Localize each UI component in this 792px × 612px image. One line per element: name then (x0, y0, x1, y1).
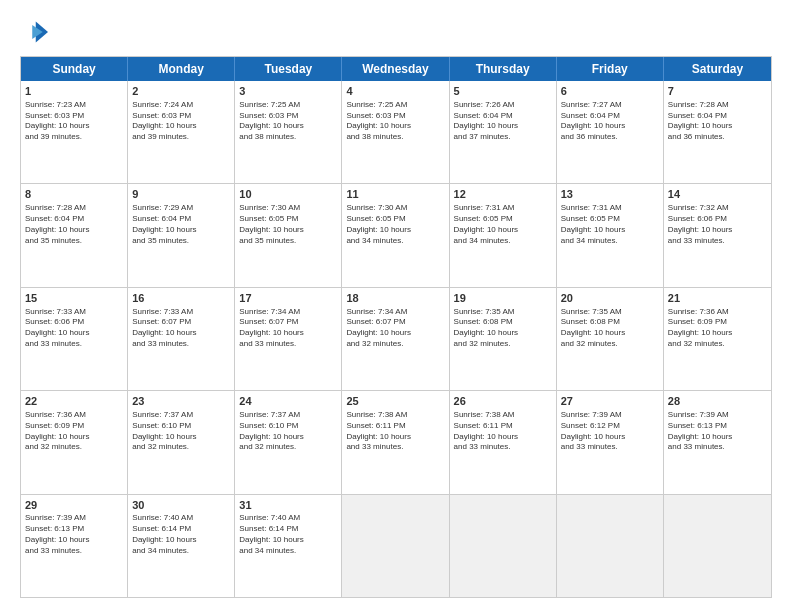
cell-line: Sunset: 6:05 PM (454, 214, 552, 225)
cell-text: Sunrise: 7:32 AMSunset: 6:06 PMDaylight:… (668, 203, 767, 246)
cell-line: Daylight: 10 hours (239, 328, 337, 339)
cell-text: Sunrise: 7:24 AMSunset: 6:03 PMDaylight:… (132, 100, 230, 143)
cell-line: Sunrise: 7:25 AM (346, 100, 444, 111)
calendar-cell: 1Sunrise: 7:23 AMSunset: 6:03 PMDaylight… (21, 81, 128, 183)
cell-line: Sunset: 6:05 PM (239, 214, 337, 225)
cell-line: Daylight: 10 hours (132, 432, 230, 443)
cell-line: Sunset: 6:13 PM (668, 421, 767, 432)
day-number: 27 (561, 394, 659, 409)
cell-line: Sunset: 6:05 PM (346, 214, 444, 225)
cell-line: and 32 minutes. (561, 339, 659, 350)
calendar-header: SundayMondayTuesdayWednesdayThursdayFrid… (21, 57, 771, 81)
calendar-cell: 20Sunrise: 7:35 AMSunset: 6:08 PMDayligh… (557, 288, 664, 390)
cell-line: Sunrise: 7:38 AM (346, 410, 444, 421)
cell-line: Sunrise: 7:37 AM (132, 410, 230, 421)
day-number: 14 (668, 187, 767, 202)
cell-line: and 34 minutes. (346, 236, 444, 247)
cell-line: Sunrise: 7:28 AM (668, 100, 767, 111)
calendar-cell: 23Sunrise: 7:37 AMSunset: 6:10 PMDayligh… (128, 391, 235, 493)
cell-line: Daylight: 10 hours (132, 328, 230, 339)
cell-line: Sunset: 6:12 PM (561, 421, 659, 432)
cell-line: Daylight: 10 hours (239, 535, 337, 546)
calendar-cell: 7Sunrise: 7:28 AMSunset: 6:04 PMDaylight… (664, 81, 771, 183)
cell-text: Sunrise: 7:27 AMSunset: 6:04 PMDaylight:… (561, 100, 659, 143)
day-number: 2 (132, 84, 230, 99)
cell-line: and 34 minutes. (454, 236, 552, 247)
day-number: 4 (346, 84, 444, 99)
cell-line: and 32 minutes. (239, 442, 337, 453)
cell-line: Sunset: 6:04 PM (454, 111, 552, 122)
cell-line: and 35 minutes. (239, 236, 337, 247)
cell-line: and 33 minutes. (25, 339, 123, 350)
calendar-cell: 18Sunrise: 7:34 AMSunset: 6:07 PMDayligh… (342, 288, 449, 390)
calendar-row: 1Sunrise: 7:23 AMSunset: 6:03 PMDaylight… (21, 81, 771, 184)
weekday-header: Saturday (664, 57, 771, 81)
header (20, 18, 772, 46)
cell-line: and 32 minutes. (668, 339, 767, 350)
day-number: 12 (454, 187, 552, 202)
cell-line: Sunrise: 7:29 AM (132, 203, 230, 214)
cell-line: Daylight: 10 hours (132, 535, 230, 546)
cell-line: Sunrise: 7:40 AM (132, 513, 230, 524)
day-number: 21 (668, 291, 767, 306)
day-number: 25 (346, 394, 444, 409)
calendar: SundayMondayTuesdayWednesdayThursdayFrid… (20, 56, 772, 598)
calendar-cell: 3Sunrise: 7:25 AMSunset: 6:03 PMDaylight… (235, 81, 342, 183)
cell-line: Sunset: 6:07 PM (132, 317, 230, 328)
cell-line: Sunrise: 7:39 AM (25, 513, 123, 524)
cell-line: Daylight: 10 hours (25, 328, 123, 339)
cell-text: Sunrise: 7:30 AMSunset: 6:05 PMDaylight:… (346, 203, 444, 246)
calendar-cell: 24Sunrise: 7:37 AMSunset: 6:10 PMDayligh… (235, 391, 342, 493)
cell-line: Sunset: 6:03 PM (346, 111, 444, 122)
calendar-row: 8Sunrise: 7:28 AMSunset: 6:04 PMDaylight… (21, 184, 771, 287)
cell-text: Sunrise: 7:26 AMSunset: 6:04 PMDaylight:… (454, 100, 552, 143)
calendar-cell: 15Sunrise: 7:33 AMSunset: 6:06 PMDayligh… (21, 288, 128, 390)
weekday-header: Sunday (21, 57, 128, 81)
day-number: 23 (132, 394, 230, 409)
cell-line: Daylight: 10 hours (346, 225, 444, 236)
calendar-cell (450, 495, 557, 597)
cell-line: Sunset: 6:10 PM (132, 421, 230, 432)
cell-line: Daylight: 10 hours (454, 121, 552, 132)
weekday-header: Monday (128, 57, 235, 81)
cell-line: Sunset: 6:06 PM (25, 317, 123, 328)
cell-line: and 33 minutes. (668, 442, 767, 453)
cell-text: Sunrise: 7:25 AMSunset: 6:03 PMDaylight:… (239, 100, 337, 143)
cell-line: Sunset: 6:08 PM (454, 317, 552, 328)
cell-line: and 35 minutes. (25, 236, 123, 247)
cell-text: Sunrise: 7:30 AMSunset: 6:05 PMDaylight:… (239, 203, 337, 246)
cell-line: Daylight: 10 hours (132, 225, 230, 236)
cell-line: Sunrise: 7:31 AM (454, 203, 552, 214)
calendar-cell: 4Sunrise: 7:25 AMSunset: 6:03 PMDaylight… (342, 81, 449, 183)
cell-line: Sunrise: 7:26 AM (454, 100, 552, 111)
page: SundayMondayTuesdayWednesdayThursdayFrid… (0, 0, 792, 612)
cell-text: Sunrise: 7:23 AMSunset: 6:03 PMDaylight:… (25, 100, 123, 143)
day-number: 9 (132, 187, 230, 202)
day-number: 20 (561, 291, 659, 306)
cell-text: Sunrise: 7:33 AMSunset: 6:06 PMDaylight:… (25, 307, 123, 350)
cell-line: Sunset: 6:07 PM (346, 317, 444, 328)
day-number: 1 (25, 84, 123, 99)
cell-line: Sunset: 6:06 PM (668, 214, 767, 225)
cell-line: and 36 minutes. (561, 132, 659, 143)
cell-line: Sunrise: 7:36 AM (25, 410, 123, 421)
cell-line: and 32 minutes. (25, 442, 123, 453)
cell-text: Sunrise: 7:36 AMSunset: 6:09 PMDaylight:… (668, 307, 767, 350)
cell-line: Sunset: 6:03 PM (132, 111, 230, 122)
day-number: 28 (668, 394, 767, 409)
cell-line: and 33 minutes. (668, 236, 767, 247)
cell-text: Sunrise: 7:29 AMSunset: 6:04 PMDaylight:… (132, 203, 230, 246)
cell-line: Sunset: 6:04 PM (25, 214, 123, 225)
cell-text: Sunrise: 7:40 AMSunset: 6:14 PMDaylight:… (132, 513, 230, 556)
cell-line: Sunset: 6:04 PM (668, 111, 767, 122)
calendar-cell: 25Sunrise: 7:38 AMSunset: 6:11 PMDayligh… (342, 391, 449, 493)
calendar-body: 1Sunrise: 7:23 AMSunset: 6:03 PMDaylight… (21, 81, 771, 597)
cell-line: and 33 minutes. (239, 339, 337, 350)
cell-line: Sunrise: 7:31 AM (561, 203, 659, 214)
cell-line: Daylight: 10 hours (454, 432, 552, 443)
cell-text: Sunrise: 7:36 AMSunset: 6:09 PMDaylight:… (25, 410, 123, 453)
cell-line: and 34 minutes. (132, 546, 230, 557)
cell-line: Daylight: 10 hours (346, 328, 444, 339)
cell-text: Sunrise: 7:38 AMSunset: 6:11 PMDaylight:… (454, 410, 552, 453)
calendar-cell: 11Sunrise: 7:30 AMSunset: 6:05 PMDayligh… (342, 184, 449, 286)
